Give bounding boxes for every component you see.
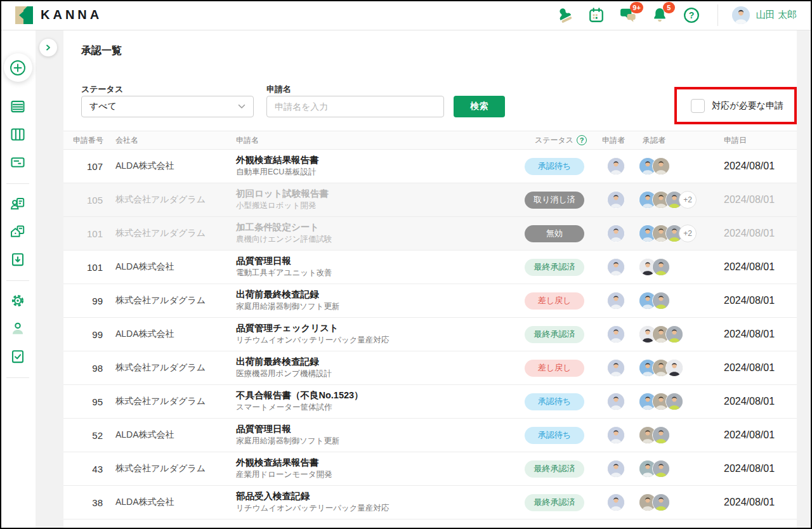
request-name-input[interactable] bbox=[266, 96, 444, 117]
company-name: ALDA株式会社 bbox=[109, 261, 230, 273]
project-name: 医療機器用ポンプ機構設計 bbox=[236, 369, 525, 380]
col-status: ステータス bbox=[535, 135, 573, 146]
help-icon[interactable]: ? bbox=[683, 7, 700, 23]
approver-avatar bbox=[665, 393, 683, 410]
status-help-icon[interactable]: ? bbox=[577, 135, 587, 145]
applicant-avatar bbox=[607, 292, 625, 310]
chevron-right-icon bbox=[45, 44, 51, 51]
request-date: 2024/08/01 bbox=[721, 194, 797, 206]
search-button[interactable]: 検索 bbox=[454, 96, 505, 117]
sidebar-item-partners[interactable] bbox=[10, 223, 26, 240]
project-name: 電動工具ギアユニット改善 bbox=[236, 268, 525, 279]
request-date: 2024/08/01 bbox=[721, 497, 797, 508]
user-menu[interactable]: 山田 太郎 bbox=[732, 6, 797, 24]
status-badge: 最終承認済 bbox=[525, 494, 584, 511]
applicant-avatar bbox=[607, 359, 625, 377]
col-date: 申請日 bbox=[721, 135, 797, 146]
extra-approvers-badge: +2 bbox=[679, 225, 697, 242]
status-filter-label: ステータス bbox=[81, 84, 123, 95]
request-date: 2024/08/01 bbox=[721, 429, 797, 441]
sidebar-item-report[interactable] bbox=[10, 154, 26, 171]
request-number: 43 bbox=[63, 464, 109, 474]
table-row[interactable]: 95株式会社アルダグラム不具合報告書（不良No.1523）スマートメーター筐体試… bbox=[63, 385, 797, 419]
status-filter-value: すべて bbox=[89, 101, 117, 112]
logo-text: KANNA bbox=[41, 8, 102, 22]
table-row[interactable]: 99株式会社アルダグラム出荷前最終検査記録家庭用給湯器制御ソフト更新差し戻し20… bbox=[63, 284, 797, 318]
sidebar-item-account[interactable] bbox=[10, 320, 26, 337]
sidebar-item-members[interactable] bbox=[10, 195, 26, 212]
sidebar-item-import[interactable] bbox=[10, 251, 26, 268]
applicant-avatar bbox=[607, 225, 625, 242]
status-badge: 最終承認済 bbox=[525, 460, 584, 478]
request-title: 初回ロット試験報告書 bbox=[236, 188, 525, 200]
applicant-avatar bbox=[607, 325, 625, 343]
table-row[interactable]: 52ALDA株式会社品質管理日報家庭用給湯器制御ソフト更新承認待ち2024/08… bbox=[63, 419, 797, 452]
request-number: 101 bbox=[63, 228, 109, 239]
table-row-partial[interactable]: 部品受入検査記録承認待ち bbox=[63, 519, 797, 529]
table-row[interactable]: 98株式会社アルダグラム出荷前最終検査記録医療機器用ポンプ機構設計差し戻し202… bbox=[63, 351, 797, 385]
kanna-logo[interactable]: KANNA bbox=[15, 6, 102, 24]
user-name: 山田 太郎 bbox=[756, 9, 797, 21]
sidebar-expand-button[interactable] bbox=[39, 39, 57, 56]
request-date: 2024/08/01 bbox=[721, 362, 797, 374]
company-name: ALDA株式会社 bbox=[109, 497, 230, 508]
request-date: 2024/08/01 bbox=[721, 396, 797, 407]
project-name: 産業用ドローンモータ開発 bbox=[236, 469, 525, 481]
bell-badge: 5 bbox=[663, 2, 675, 13]
table-row[interactable]: 101株式会社アルダグラム加工条件設定シート農機向けエンジン評価試験無効+220… bbox=[63, 217, 797, 251]
request-number: 105 bbox=[63, 195, 109, 206]
approver-avatar bbox=[652, 426, 670, 444]
request-title: 出荷前最終検査記録 bbox=[236, 356, 525, 369]
table-row[interactable]: 101ALDA株式会社品質管理日報電動工具ギアユニット改善最終承認済2024/0… bbox=[63, 251, 797, 284]
status-filter-select[interactable]: すべて bbox=[81, 96, 254, 117]
table-row[interactable]: 43株式会社アルダグラム外観検査結果報告書産業用ドローンモータ開発最終承認済20… bbox=[63, 452, 797, 486]
col-approvers: 承認者 bbox=[636, 135, 721, 146]
plus-icon bbox=[10, 60, 26, 76]
main-content: 承認一覧 ステータス すべて 申請名 検索 対応が必要な申請 申請番号 会社名 … bbox=[63, 30, 797, 529]
top-bar: KANNA 9+ bbox=[0, 0, 812, 30]
clipboard-import-icon bbox=[10, 251, 26, 268]
request-title: 部品受入検査記録 bbox=[236, 490, 525, 503]
name-filter-label: 申請名 bbox=[266, 84, 291, 95]
status-badge: 最終承認済 bbox=[525, 326, 584, 343]
table-row[interactable]: 107ALDA株式会社外観検査結果報告書自動車用ECU基板設計承認待ち2024/… bbox=[63, 150, 797, 183]
applicant-avatar bbox=[607, 393, 625, 410]
extra-approvers-badge: +2 bbox=[679, 191, 697, 209]
project-name: スマートメーター筐体試作 bbox=[236, 402, 525, 414]
sidebar-item-approvals[interactable] bbox=[10, 348, 26, 365]
status-badge: 取り消し済 bbox=[525, 192, 584, 209]
request-title: 品質管理チェックリスト bbox=[236, 322, 525, 335]
highlight-annotation: 対応が必要な申請 bbox=[674, 87, 797, 124]
project-name: 自動車用ECU基板設計 bbox=[236, 167, 525, 178]
table-row[interactable]: 99ALDA株式会社品質管理チェックリストリチウムイオンバッテリーパック量産対応… bbox=[63, 318, 797, 351]
request-number: 38 bbox=[63, 497, 109, 508]
calendar-icon[interactable] bbox=[588, 7, 605, 23]
sidebar-item-list[interactable] bbox=[10, 98, 26, 115]
bell-icon[interactable]: 5 bbox=[652, 7, 668, 23]
col-request-number: 申請番号 bbox=[63, 135, 109, 146]
status-badge: 承認待ち bbox=[525, 427, 584, 444]
status-badge: 差し戻し bbox=[525, 360, 584, 377]
table-row[interactable]: 38ALDA株式会社部品受入検査記録リチウムイオンバッテリーパック量産対応最終承… bbox=[63, 486, 797, 519]
request-title: 不具合報告書（不良No.1523） bbox=[236, 389, 525, 402]
sidebar bbox=[0, 30, 36, 529]
chat-icon[interactable]: 9+ bbox=[620, 7, 636, 23]
project-name: 小型搬送ロボット開発 bbox=[236, 200, 525, 212]
sidebar-item-settings[interactable] bbox=[10, 292, 26, 309]
user-avatar bbox=[732, 6, 750, 24]
gear-icon bbox=[10, 292, 26, 309]
company-name: ALDA株式会社 bbox=[109, 160, 230, 172]
sidebar-item-board[interactable] bbox=[10, 126, 26, 143]
partner-house-icon bbox=[10, 223, 26, 240]
applicant-avatar bbox=[607, 157, 625, 175]
chevron-down-icon bbox=[238, 104, 246, 109]
create-button[interactable] bbox=[4, 53, 32, 82]
table-row[interactable]: 105株式会社アルダグラム初回ロット試験報告書小型搬送ロボット開発取り消し済+2… bbox=[63, 183, 797, 217]
needs-action-checkbox[interactable] bbox=[691, 99, 705, 113]
col-request-name: 申請名 bbox=[230, 135, 525, 146]
request-title: 品質管理日報 bbox=[236, 255, 525, 268]
request-number: 101 bbox=[63, 262, 109, 273]
project-name: リチウムイオンバッテリーパック量産対応 bbox=[236, 503, 525, 514]
stamp-icon[interactable] bbox=[556, 7, 573, 23]
request-date: 2024/08/01 bbox=[721, 463, 797, 474]
